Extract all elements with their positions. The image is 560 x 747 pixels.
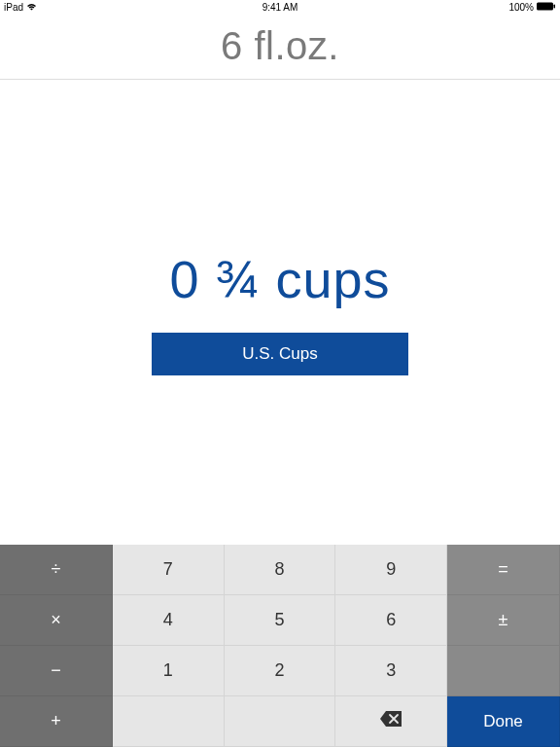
key-3[interactable]: 3 [335, 646, 447, 696]
battery-icon [537, 2, 556, 13]
key-7[interactable]: 7 [113, 545, 225, 595]
device-label: iPad [4, 2, 23, 13]
battery-percent: 100% [508, 2, 534, 13]
key-done[interactable]: Done [447, 696, 560, 747]
key-6[interactable]: 6 [335, 595, 447, 646]
keypad: ÷ 7 8 9 = × 4 5 6 ± − 1 2 3 + Done [0, 545, 560, 747]
unit-selector-button[interactable]: U.S. Cups [152, 333, 408, 375]
main-area: 0 ¾ cups U.S. Cups [0, 80, 560, 545]
backspace-icon [380, 711, 402, 731]
key-backspace[interactable] [335, 696, 447, 747]
key-divide[interactable]: ÷ [0, 545, 113, 595]
key-empty-1 [113, 696, 225, 747]
key-2[interactable]: 2 [225, 646, 336, 696]
status-left: iPad [4, 2, 37, 13]
status-time: 9:41 AM [262, 2, 298, 13]
key-equals[interactable]: = [447, 545, 560, 595]
key-multiply[interactable]: × [0, 595, 113, 646]
key-9[interactable]: 9 [335, 545, 447, 595]
key-plusminus[interactable]: ± [447, 595, 560, 646]
key-4[interactable]: 4 [113, 595, 225, 646]
key-1[interactable]: 1 [113, 646, 225, 696]
key-empty-2 [225, 696, 336, 747]
key-empty-right [447, 646, 560, 696]
svg-rect-1 [554, 4, 556, 8]
wifi-icon [26, 2, 37, 13]
key-plus[interactable]: + [0, 696, 113, 747]
key-5[interactable]: 5 [225, 595, 336, 646]
status-right: 100% [508, 2, 556, 13]
key-8[interactable]: 8 [225, 545, 336, 595]
status-bar: iPad 9:41 AM 100% [0, 0, 560, 14]
result-display: 0 ¾ cups [169, 249, 390, 309]
key-minus[interactable]: − [0, 646, 113, 696]
input-display: 6 fl.oz. [0, 14, 560, 80]
svg-rect-0 [537, 2, 553, 10]
